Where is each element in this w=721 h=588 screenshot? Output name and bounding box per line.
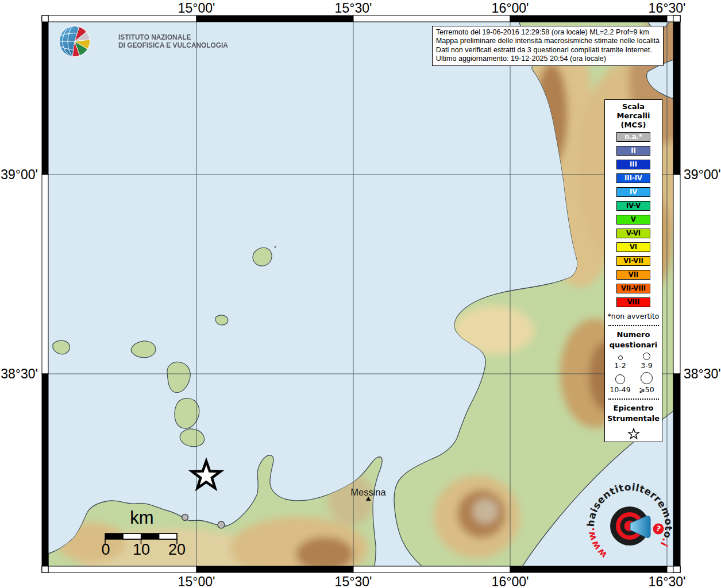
legend-title-line1: Scala xyxy=(616,102,650,111)
event-info-line4: Ultimo aggiornamento: 19-12-2025 20:54 (… xyxy=(436,55,660,63)
axis-left-38-30: 38°30' xyxy=(0,366,38,382)
questionnaire-count-title: Numero questionari xyxy=(610,330,658,350)
intensity-chip-v-vi: V-VI xyxy=(616,229,650,238)
island-panarea xyxy=(215,315,228,325)
epicenter-title-line2: Strumentale xyxy=(607,413,660,424)
legend-footnote: *non avvertito xyxy=(608,312,660,320)
epicenter-key-title: Epicentro Strumentale xyxy=(607,403,660,424)
epicenter-star-icon xyxy=(627,427,641,440)
intensity-chip-iii: III xyxy=(616,160,650,169)
seismic-intensity-map-page: { "info_box": { "lines": [ "Terremoto de… xyxy=(0,0,721,588)
size-circle-medium-icon xyxy=(643,353,650,360)
size-circle-xlarge-icon xyxy=(641,372,653,384)
legend-title: Scala Mercalli (MCS) xyxy=(616,102,650,130)
ingv-org-name: ISTITUTO NAZIONALE DI GEOFISICA E VULCAN… xyxy=(118,33,228,49)
city-label-messina: Messina xyxy=(350,487,385,498)
locality-dot xyxy=(218,521,225,528)
event-info-box: Terremoto del 19-06-2016 12:29:58 (ora l… xyxy=(432,26,664,66)
locality-dot xyxy=(182,514,188,521)
epicenter-title-line1: Epicentro xyxy=(607,403,660,413)
axis-top-15-00: 15°00' xyxy=(178,1,215,16)
axis-top-16-30: 16°30' xyxy=(649,1,686,16)
intensity-scale: n.a.* II III III-IV IV IV-V V V-VI VI VI… xyxy=(616,132,650,307)
map-content: www.haisentitoilterremoto.it ? xyxy=(48,17,698,588)
ingv-logo: ISTITUTO NAZIONALE DI GEOFISICA E VULCAN… xyxy=(59,25,234,57)
size-key-3-9: 3-9 xyxy=(634,353,660,370)
intensity-chip-vi: VI xyxy=(616,242,650,252)
axis-bottom-15-30: 15°30' xyxy=(335,574,372,588)
axis-top-15-30: 15°30' xyxy=(335,1,372,16)
ingv-org-line1: ISTITUTO NAZIONALE xyxy=(118,33,228,41)
legend-divider xyxy=(608,399,659,400)
size-label-50plus: ⩾50 xyxy=(639,385,654,394)
questionnaire-size-key: 1-2 3-9 10-49 ⩾50 xyxy=(607,353,660,394)
legend-title-line2: Mercalli xyxy=(616,111,650,121)
legend-divider xyxy=(608,325,659,326)
islet-strombolicchio xyxy=(274,246,276,247)
intensity-chip-v: V xyxy=(616,215,650,225)
size-circle-large-icon xyxy=(615,374,625,384)
scale-tick-10: 10 xyxy=(133,541,150,559)
legend-panel: Scala Mercalli (MCS) n.a.* II III III-IV… xyxy=(604,99,662,442)
intensity-chip-vii-viii: VII-VIII xyxy=(616,284,650,293)
event-info-line1: Terremoto del 19-06-2016 12:29:58 (ora l… xyxy=(436,28,660,37)
intensity-chip-vii: VII xyxy=(616,270,650,280)
intensity-chip-vi-vii: VI-VII xyxy=(616,256,650,266)
scale-tick-20: 20 xyxy=(168,541,186,559)
axis-right-39-00: 39°00' xyxy=(684,167,721,183)
intensity-chip-iv-v: IV-V xyxy=(616,201,650,211)
ingv-org-line2: DI GEOFISICA E VULCANOLOGIA xyxy=(118,41,228,49)
axis-right-38-30: 38°30' xyxy=(684,366,721,382)
intensity-chip-na: n.a.* xyxy=(616,132,650,142)
size-key-10-49: 10-49 xyxy=(607,372,634,394)
axis-left-39-00: 39°00' xyxy=(0,167,38,183)
legend-title-line3: (MCS) xyxy=(616,121,650,130)
questionnaire-title-line2: questionari xyxy=(610,340,658,350)
scale-tick-0: 0 xyxy=(101,541,110,559)
ingv-globe-icon xyxy=(59,25,91,57)
intensity-chip-ii: II xyxy=(616,146,650,156)
size-label-3-9: 3-9 xyxy=(641,361,652,370)
size-label-1-2: 1-2 xyxy=(614,361,626,370)
axis-top-16-00: 16°00' xyxy=(492,1,529,16)
axis-bottom-16-30: 16°30' xyxy=(649,574,686,588)
axis-bottom-15-00: 15°00' xyxy=(178,574,215,588)
size-key-1-2: 1-2 xyxy=(607,353,634,370)
event-info-line3: Dati non verificati estratti da 3 questi… xyxy=(436,46,660,55)
intensity-chip-iv: IV xyxy=(616,187,650,197)
questionnaire-title-line1: Numero xyxy=(610,330,658,340)
size-key-50plus: ⩾50 xyxy=(634,372,660,394)
intensity-chip-iii-iv: III-IV xyxy=(616,173,650,183)
intensity-chip-viii: VIII xyxy=(616,297,650,307)
size-circle-small-icon xyxy=(618,355,623,360)
event-info-line2: Mappa preliminare delle intensità macros… xyxy=(436,37,660,45)
size-label-10-49: 10-49 xyxy=(610,385,630,394)
axis-bottom-16-00: 16°00' xyxy=(492,574,529,588)
scale-bar-unit: km xyxy=(130,508,153,528)
